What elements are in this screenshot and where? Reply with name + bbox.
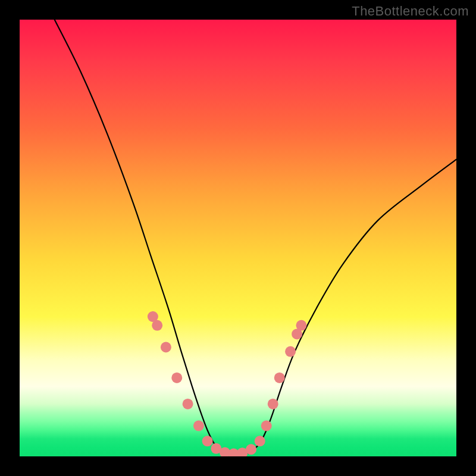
marker-dot (246, 444, 256, 455)
marker-dot (261, 421, 272, 431)
watermark-text: TheBottleneck.com (352, 4, 469, 19)
marker-dot (161, 342, 171, 353)
marker-dot (268, 399, 278, 409)
marker-dot (193, 421, 204, 431)
marker-dot (296, 320, 306, 331)
plot-area (20, 20, 456, 456)
marker-dot (274, 372, 285, 383)
chart-frame: TheBottleneck.com (0, 0, 476, 476)
marker-dot (152, 320, 162, 331)
chart-svg (20, 20, 456, 456)
marker-dot (255, 436, 265, 446)
marker-dot (183, 399, 193, 409)
marker-dot (202, 436, 213, 446)
marker-dot (171, 372, 182, 383)
marker-dot (285, 346, 296, 357)
bottleneck-curve (55, 20, 456, 454)
